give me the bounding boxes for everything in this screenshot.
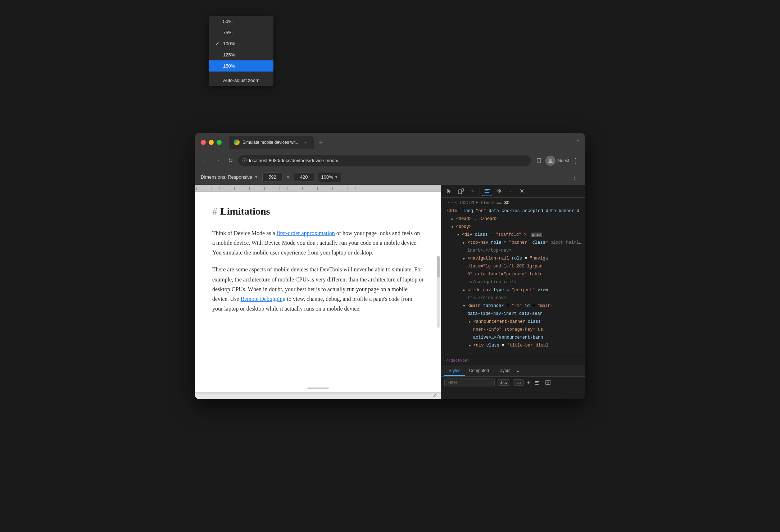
layout-tab-label: Layout [498, 368, 511, 373]
devtools-panel: » ⋮ [441, 185, 585, 399]
ruler-mark [272, 187, 272, 190]
tab-layout[interactable]: Layout [493, 366, 515, 376]
html-line-main-2: data-side-nav-inert data-sear [441, 310, 585, 318]
refresh-button[interactable]: ↻ [225, 156, 235, 166]
ruler-mark [196, 187, 197, 190]
tab-close-button[interactable]: × [303, 139, 309, 145]
devtools-close-button[interactable]: ✕ [517, 186, 527, 196]
horizontal-scroll-indicator [307, 387, 329, 389]
device-toggle-button[interactable] [456, 186, 466, 196]
html-line-scaffold[interactable]: <div class = "scaffold" > grid [441, 231, 585, 239]
height-input[interactable] [294, 173, 314, 182]
html-line-announcement[interactable]: <announcement-banner class= [441, 318, 585, 326]
html-line-navrail-3: 0" aria-label="primary" tabin [441, 270, 585, 278]
lock-icon: ⓘ [242, 157, 247, 164]
more-panels-button[interactable]: » [467, 186, 477, 196]
navrail-triangle[interactable] [463, 255, 465, 262]
doctype-text: ···<!DOCTYPE html> [447, 201, 494, 206]
url-text: localhost:8080/docs/devtools/device-mode… [249, 158, 339, 163]
resize-icon [432, 393, 437, 398]
html-line-announcement-2: nner--info" storage-key="us [441, 326, 585, 334]
para1-text: Think of Device Mode as a [212, 230, 277, 236]
devtools-toolbar: » ⋮ [441, 185, 585, 198]
svg-point-1 [549, 159, 552, 161]
settings-button[interactable] [494, 186, 504, 196]
html-line-navrail[interactable]: <navigation-rail role = "naviga [441, 254, 585, 262]
width-input[interactable] [262, 173, 282, 182]
styles-more-tabs-icon[interactable]: » [516, 368, 519, 374]
styles-filter-input[interactable] [444, 379, 495, 386]
styles-icon-btn-2[interactable] [544, 379, 552, 386]
inspect-element-button[interactable] [444, 186, 454, 196]
new-tab-button[interactable]: + [315, 137, 327, 148]
styles-icon-btn-1[interactable] [533, 379, 541, 386]
styles-action-icon [535, 380, 540, 385]
url-bar[interactable]: ⓘ localhost:8080/docs/devtools/device-mo… [238, 155, 531, 166]
computed-tab-label: Computed [469, 368, 489, 373]
scaffold-triangle[interactable] [457, 231, 459, 238]
html-line-topnav[interactable]: <top-nav role = "banner" class= block ha… [441, 239, 585, 247]
html-line-body[interactable]: <body> [441, 223, 585, 231]
tab-computed[interactable]: Computed [465, 366, 493, 376]
traffic-lights [201, 140, 222, 145]
sidenav-triangle[interactable] [463, 287, 465, 293]
minimize-traffic-light[interactable] [209, 140, 214, 145]
html-line-head[interactable]: <head> … </head> [441, 215, 585, 223]
tab-bar: Simulate mobile devices with D × + ˅ [229, 136, 579, 149]
profile-label: Guest [558, 158, 569, 163]
active-tab[interactable]: Simulate mobile devices with D × [229, 136, 314, 149]
ruler-mark [348, 187, 348, 190]
grid-badge: grid [531, 233, 542, 237]
para2-link[interactable]: Remote Debugging [241, 296, 286, 302]
settings-icon [496, 188, 502, 194]
html-line-main[interactable]: <main tabindex = "-1" id = "main- [441, 302, 585, 310]
devtools-more-button[interactable]: ⋮ [505, 186, 515, 196]
profile-icon [548, 158, 553, 164]
close-traffic-light[interactable] [201, 140, 206, 145]
ruler-mark [295, 187, 295, 190]
titlebar-triangle[interactable] [469, 342, 471, 349]
back-button[interactable]: ← [199, 156, 209, 166]
refresh-icon: ↻ [228, 157, 233, 164]
dimensions-selector[interactable]: Dimensions: Responsive ▼ [201, 174, 258, 180]
heading-hash: # [212, 203, 217, 220]
topnav-triangle[interactable] [463, 239, 465, 246]
html-line-sidenav[interactable]: <side-nav type = "project" view [441, 286, 585, 294]
page-heading: # Limitations [212, 203, 424, 220]
ruler-mark [204, 187, 204, 190]
ruler-mark [227, 187, 227, 190]
tab-menu-button[interactable]: ˅ [577, 139, 579, 145]
cls-button[interactable]: .cls [513, 379, 524, 386]
title-bar: Simulate mobile devices with D × + ˅ [195, 133, 585, 152]
hov-button[interactable]: :hov [498, 379, 510, 386]
forward-button[interactable]: → [212, 156, 222, 166]
device-toolbar-more-button[interactable]: ⋮ [569, 172, 579, 182]
elements-panel: ···<!DOCTYPE html> == $0 <html lang="en"… [441, 198, 585, 356]
para1-link[interactable]: first-order approximation [277, 230, 335, 236]
head-triangle[interactable] [452, 216, 453, 222]
tab-styles[interactable]: Styles [444, 366, 465, 376]
profile-button[interactable] [545, 156, 555, 166]
devtools-bottom: <!doctype> Styles Computed Layout » [441, 356, 585, 399]
ruler-mark [302, 187, 303, 190]
body-triangle[interactable] [452, 224, 453, 230]
chrome-menu-button[interactable]: ⋮ [571, 156, 581, 166]
ruler-mark [219, 187, 219, 190]
elements-panel-button[interactable] [482, 186, 492, 196]
html-line-titlebar[interactable]: <div class = "title-bar displ [441, 341, 585, 349]
add-style-button[interactable]: + [527, 379, 530, 386]
announcement-triangle[interactable] [469, 318, 471, 325]
bookmark-icon-button[interactable] [534, 156, 544, 166]
more-panels-icon: » [471, 189, 474, 194]
ruler-mark [287, 187, 287, 190]
scrollbar-thumb[interactable] [437, 256, 440, 278]
main-triangle[interactable] [463, 303, 465, 309]
zoom-selector[interactable]: 100% ▼ [318, 173, 341, 182]
fullscreen-traffic-light[interactable] [217, 140, 222, 145]
html-line-html[interactable]: <html lang="en" data-cookies-accepted da… [441, 207, 585, 215]
html-line-doctype: ···<!DOCTYPE html> == $0 [441, 199, 585, 207]
ruler-mark [264, 187, 265, 190]
svg-rect-3 [462, 189, 463, 191]
cursor-icon [446, 188, 452, 194]
html-line-navrail-2: class="lg:pad-left-200 lg:pad [441, 262, 585, 270]
